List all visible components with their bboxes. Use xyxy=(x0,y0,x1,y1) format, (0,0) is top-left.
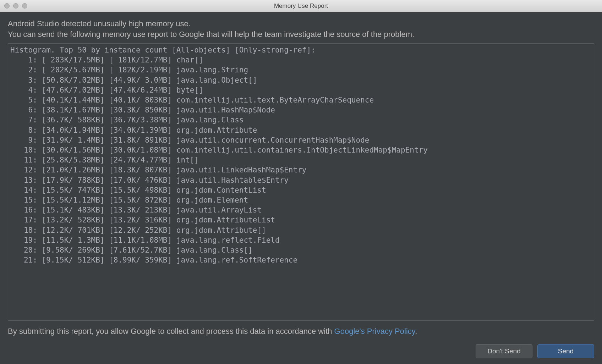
send-button[interactable]: Send xyxy=(537,344,594,358)
privacy-policy-link[interactable]: Google's Privacy Policy xyxy=(334,327,415,336)
window-title: Memory Use Report xyxy=(0,2,602,10)
zoom-icon[interactable] xyxy=(22,3,27,9)
intro-text: Android Studio detected unusually high m… xyxy=(8,18,594,40)
report-text-area[interactable]: Histogram. Top 50 by instance count [All… xyxy=(8,43,594,321)
intro-line-2: You can send the following memory use re… xyxy=(8,29,594,40)
close-icon[interactable] xyxy=(4,3,10,9)
privacy-disclaimer: By submitting this report, you allow Goo… xyxy=(8,326,594,336)
minimize-icon[interactable] xyxy=(13,3,18,9)
dialog-window: Memory Use Report Android Studio detecte… xyxy=(0,0,602,364)
button-row: Don't Send Send xyxy=(8,344,594,358)
intro-line-1: Android Studio detected unusually high m… xyxy=(8,18,594,29)
report-content: Histogram. Top 50 by instance count [All… xyxy=(10,45,592,265)
disclaimer-suffix: . xyxy=(415,327,417,336)
dont-send-button[interactable]: Don't Send xyxy=(476,344,532,358)
dialog-content: Android Studio detected unusually high m… xyxy=(0,12,602,364)
window-controls xyxy=(4,3,27,9)
disclaimer-prefix: By submitting this report, you allow Goo… xyxy=(8,327,334,336)
titlebar: Memory Use Report xyxy=(0,0,602,12)
